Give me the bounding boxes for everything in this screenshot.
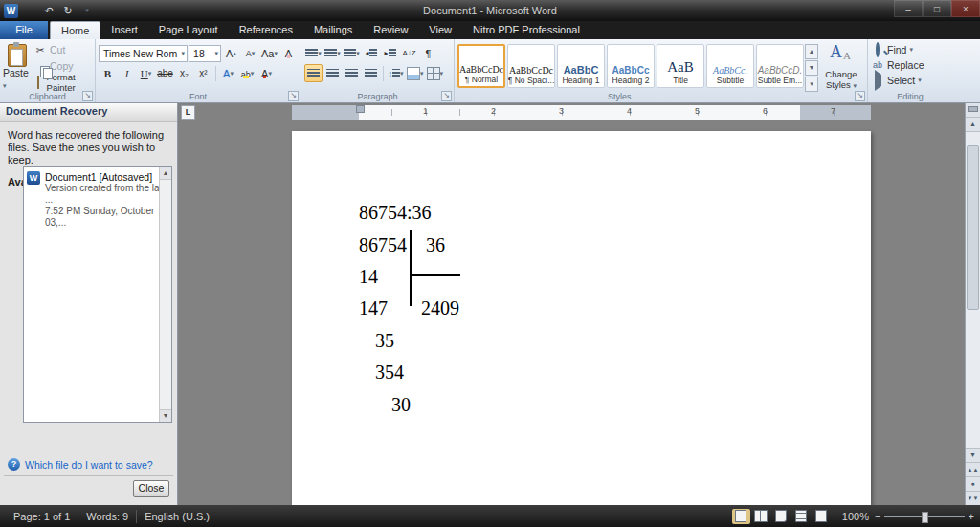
decrease-indent-button[interactable]: ◂ xyxy=(362,44,380,62)
increase-indent-button[interactable]: ▸ xyxy=(381,44,399,62)
remainder-line-1[interactable]: 14 xyxy=(359,266,378,288)
language-indicator[interactable]: English (U.S.) xyxy=(137,505,217,527)
bullets-button[interactable]: ▾ xyxy=(304,44,323,62)
grow-font-button[interactable]: A▴ xyxy=(222,44,240,62)
find-button[interactable]: Find▾ xyxy=(871,42,949,57)
superscript-button[interactable]: x² xyxy=(194,64,212,82)
outline-view-button[interactable] xyxy=(792,509,811,524)
align-left-button[interactable] xyxy=(304,64,323,82)
change-case-button[interactable]: Aa▾ xyxy=(260,44,278,62)
tab-home[interactable]: Home xyxy=(50,21,100,39)
zoom-slider[interactable]: − + xyxy=(875,510,974,523)
show-hide-button[interactable]: ¶ xyxy=(419,44,437,62)
vertical-scrollbar[interactable]: ▲ ▼ ▲▲ ● ▼▼ xyxy=(965,103,980,505)
draft-view-button[interactable] xyxy=(813,509,831,524)
division-expression[interactable]: 86754:36 xyxy=(359,202,432,224)
page-indicator[interactable]: Page: 1 of 1 xyxy=(6,505,78,527)
maximize-button[interactable]: □ xyxy=(923,0,951,17)
divisor[interactable]: 36 xyxy=(426,234,445,256)
indent-marker[interactable] xyxy=(356,105,365,113)
tab-insert[interactable]: Insert xyxy=(100,21,148,39)
filelist-scroll-up-icon[interactable]: ▲ xyxy=(160,167,171,180)
remainder-line-2[interactable]: 147 xyxy=(359,297,388,319)
full-screen-reading-view-button[interactable] xyxy=(752,509,770,524)
filelist-scroll-down-icon[interactable]: ▼ xyxy=(160,409,171,422)
paste-button[interactable]: Paste ▾ xyxy=(3,42,31,90)
styles-more-button[interactable]: ▾ xyxy=(805,77,818,92)
select-button[interactable]: Select▾ xyxy=(871,73,949,88)
scroll-down-button[interactable]: ▼ xyxy=(966,448,980,462)
zoom-thumb[interactable] xyxy=(922,512,928,523)
subscript-button[interactable]: x₂ xyxy=(175,64,193,82)
styles-scroll-up[interactable]: ▲ xyxy=(805,44,818,59)
styles-scroll-down[interactable]: ▼ xyxy=(805,60,818,76)
underline-button[interactable]: U▾ xyxy=(137,64,155,82)
tab-view[interactable]: View xyxy=(418,21,462,39)
justify-button[interactable] xyxy=(362,64,380,82)
font-color-button[interactable]: A▾ xyxy=(257,64,276,82)
line-spacing-button[interactable]: ↕▾ xyxy=(387,64,405,82)
ruler-toggle-button[interactable] xyxy=(966,103,980,118)
filelist-scrollbar[interactable]: ▲ ▼ xyxy=(159,167,171,422)
recovery-close-button[interactable]: Close xyxy=(133,480,169,497)
replace-button[interactable]: ab Replace xyxy=(871,57,949,73)
shading-button[interactable]: ▾ xyxy=(406,64,425,82)
style-heading-2[interactable]: AaBbCc Heading 2 xyxy=(607,44,655,88)
style-heading-1[interactable]: AaBbC Heading 1 xyxy=(557,44,605,88)
shrink-font-button[interactable]: A▾ xyxy=(241,44,259,62)
print-layout-view-button[interactable] xyxy=(732,509,750,524)
style-normal[interactable]: AaBbCcDc ¶ Normal xyxy=(457,44,505,88)
sort-button[interactable]: A↓Z xyxy=(400,44,418,62)
scroll-up-button[interactable]: ▲ xyxy=(966,118,980,132)
font-size-combo[interactable]: 18▾ xyxy=(189,45,221,62)
qat-customize-dropdown[interactable]: ▾ xyxy=(79,3,95,18)
horizontal-ruler[interactable]: 1 2 3 4 5 6 7 xyxy=(292,105,871,120)
undo-button[interactable]: ↶ xyxy=(41,3,56,18)
next-page-button[interactable]: ▼▼ xyxy=(966,491,980,505)
tab-nitro-pdf[interactable]: Nitro PDF Professional xyxy=(462,21,590,39)
clear-formatting-button[interactable]: A xyxy=(279,44,298,62)
zoom-out-button[interactable]: − xyxy=(875,510,880,523)
recovered-file-item[interactable]: W Document1 [Autosaved] Version created … xyxy=(24,167,171,232)
scrollbar-thumb[interactable] xyxy=(967,145,979,310)
italic-button[interactable]: I xyxy=(118,64,136,82)
font-family-combo[interactable]: Times New Rom▾ xyxy=(99,45,188,62)
style-no-spacing[interactable]: AaBbCcDc ¶ No Spaci... xyxy=(507,44,555,88)
style-title[interactable]: AaB Title xyxy=(657,44,704,88)
change-styles-button[interactable]: AA Change Styles ▾ xyxy=(819,42,863,90)
word-logo-icon[interactable]: W xyxy=(4,4,18,18)
dividend[interactable]: 86754 xyxy=(359,234,407,256)
tab-mailings[interactable]: Mailings xyxy=(303,21,363,39)
zoom-in-button[interactable]: + xyxy=(969,510,974,523)
work-line-2[interactable]: 354 xyxy=(375,362,404,384)
style-subtle-emphasis[interactable]: AaBbCcD. Subtle Em... xyxy=(756,44,804,88)
quotient[interactable]: 2409 xyxy=(421,297,459,319)
highlight-button[interactable]: ab▾ xyxy=(238,64,256,82)
text-effects-button[interactable]: A▾ xyxy=(219,64,237,82)
document-page[interactable]: 86754:36 86754 36 14 147 2409 35 354 30 xyxy=(292,131,871,505)
strikethrough-button[interactable]: abe xyxy=(156,64,174,82)
align-right-button[interactable] xyxy=(343,64,361,82)
repeat-button[interactable]: ↻ xyxy=(60,3,76,18)
borders-button[interactable]: ▾ xyxy=(426,64,445,82)
tab-stop-selector[interactable]: L xyxy=(181,105,195,120)
numbering-button[interactable]: ▾ xyxy=(323,44,342,62)
previous-page-button[interactable]: ▲▲ xyxy=(966,462,980,476)
align-center-button[interactable] xyxy=(323,64,342,82)
which-file-help-link[interactable]: Which file do I want to save? xyxy=(25,459,153,471)
close-button[interactable]: × xyxy=(951,0,980,17)
select-browse-object-button[interactable]: ● xyxy=(966,476,980,491)
work-line-3[interactable]: 30 xyxy=(391,394,411,416)
web-layout-view-button[interactable] xyxy=(772,509,791,524)
tab-references[interactable]: References xyxy=(229,21,303,39)
tab-file[interactable]: File xyxy=(0,21,48,39)
word-count[interactable]: Words: 9 xyxy=(78,505,136,527)
bold-button[interactable]: B xyxy=(99,64,117,82)
tab-review[interactable]: Review xyxy=(363,21,418,39)
minimize-button[interactable]: – xyxy=(894,0,923,17)
tab-page-layout[interactable]: Page Layout xyxy=(148,21,229,39)
multilevel-list-button[interactable]: ▾ xyxy=(343,44,361,62)
zoom-level[interactable]: 100% xyxy=(842,511,869,522)
style-subtitle[interactable]: AaBbCc. Subtitle xyxy=(706,44,754,88)
cut-button[interactable]: ✂ Cut xyxy=(33,42,92,57)
